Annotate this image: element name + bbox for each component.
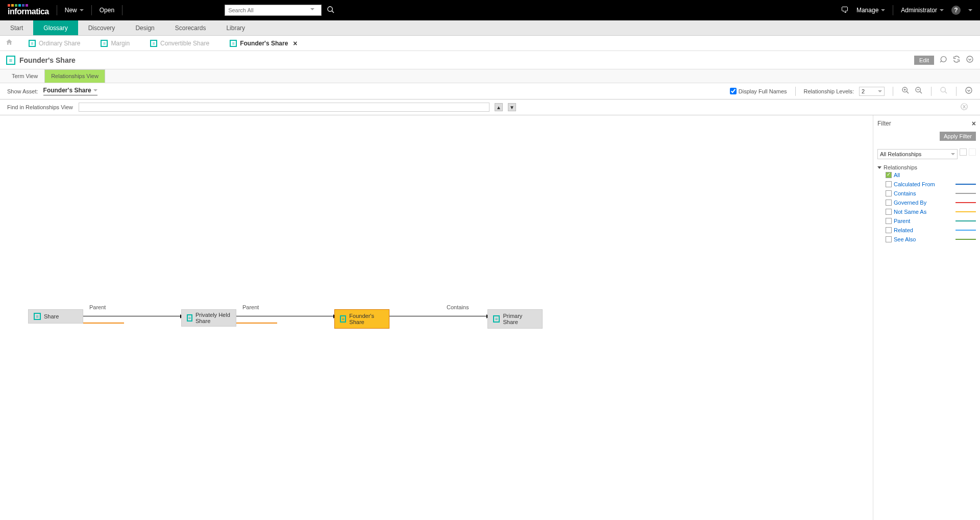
term-icon: ≡ — [101, 40, 108, 47]
comment-icon[interactable] — [939, 55, 947, 65]
home-icon[interactable] — [5, 38, 13, 48]
relationships-toolbar: Show Asset: Founder's Share Display Full… — [0, 83, 980, 100]
edge-label-parent: Parent — [89, 304, 106, 310]
user-menu[interactable]: Administrator — [901, 7, 944, 14]
term-icon: ≡ — [230, 40, 237, 47]
tab-convertible-share[interactable]: ≡ Convertible Share — [145, 40, 214, 47]
tab-relationships-view[interactable]: Relationships View — [44, 69, 105, 83]
svg-line-8 — [920, 91, 922, 93]
term-icon: ≡ — [150, 40, 157, 47]
filter-item-see-also[interactable]: See Also — [877, 235, 976, 244]
svg-point-2 — [967, 56, 973, 62]
svg-point-10 — [941, 87, 945, 92]
new-menu[interactable]: New — [65, 7, 84, 14]
svg-point-12 — [966, 87, 972, 93]
filter-delete-icon[interactable] — [969, 148, 976, 156]
refresh-icon[interactable] — [952, 55, 961, 65]
search-dropdown-icon[interactable] — [310, 8, 314, 10]
presence-icon[interactable]: 🗨 — [841, 6, 849, 15]
term-icon: ≡ — [493, 315, 500, 323]
edge-line — [83, 316, 180, 316]
nav-start[interactable]: Start — [0, 20, 33, 35]
filter-item-related[interactable]: Related — [877, 226, 976, 235]
search-wrapper — [225, 5, 335, 16]
edge-color — [236, 323, 277, 324]
filter-close-icon[interactable]: × — [972, 119, 976, 128]
find-next-icon[interactable]: ▼ — [508, 103, 516, 111]
relationships-canvas[interactable]: ≡ Share Parent ≡ Privately Held Share Pa… — [0, 115, 873, 520]
edge-line — [389, 316, 486, 316]
zoom-fit-icon[interactable] — [940, 86, 948, 96]
nav-discovery[interactable]: Discovery — [78, 20, 126, 35]
zoom-out-icon[interactable] — [915, 86, 923, 96]
relationship-levels-label: Relationship Levels: — [804, 88, 854, 94]
node-primary-share[interactable]: ≡ Primary Share — [487, 309, 543, 329]
view-tabs: Term View Relationships View — [0, 69, 980, 83]
main-nav: Start Glossary Discovery Design Scorecar… — [0, 20, 980, 36]
node-share[interactable]: ≡ Share — [28, 309, 83, 324]
filter-panel: Filter × Apply Filter All Relationships … — [873, 115, 980, 520]
filter-item-all[interactable]: All — [877, 170, 976, 180]
term-icon: ≡ — [34, 313, 41, 320]
display-full-names-checkbox[interactable]: Display Full Names — [730, 88, 787, 94]
help-icon[interactable]: ? — [951, 6, 961, 15]
open-menu[interactable]: Open — [100, 7, 114, 14]
page-header: ≡ Founder's Share Edit — [0, 51, 980, 69]
svg-line-4 — [906, 91, 909, 93]
show-asset-selector[interactable]: Founder's Share — [43, 87, 97, 95]
settings-dropdown-icon[interactable] — [965, 86, 973, 96]
filter-item-not-same-as[interactable]: Not Same As — [877, 207, 976, 216]
logo-text: informatica — [8, 7, 49, 16]
svg-line-11 — [945, 91, 947, 93]
filter-item-governed-by[interactable]: Governed By — [877, 198, 976, 207]
logo: informatica — [8, 4, 49, 16]
chevron-down-icon[interactable] — [966, 55, 974, 65]
filter-relationships-dropdown[interactable]: All Relationships — [877, 149, 958, 159]
filter-item-calculated-from[interactable]: Calculated From — [877, 180, 976, 189]
edit-button[interactable]: Edit — [914, 56, 934, 65]
filter-save-icon[interactable] — [960, 148, 967, 156]
nav-design[interactable]: Design — [125, 20, 164, 35]
nav-library[interactable]: Library — [216, 20, 255, 35]
svg-point-0 — [328, 7, 332, 11]
filter-section-relationships[interactable]: Relationships — [877, 164, 976, 170]
nav-glossary[interactable]: Glossary — [33, 20, 78, 35]
node-founders-share[interactable]: ≡ Founder's Share — [334, 309, 389, 329]
filter-item-contains[interactable]: Contains — [877, 189, 976, 198]
apply-filter-button[interactable]: Apply Filter — [940, 132, 976, 141]
node-privately-held[interactable]: ≡ Privately Held Share — [181, 309, 236, 327]
term-icon: ≡ — [6, 56, 15, 65]
find-clear-icon[interactable]: ⓧ — [961, 103, 968, 112]
show-asset-label: Show Asset: — [7, 88, 38, 94]
close-icon[interactable]: × — [293, 39, 297, 47]
tab-founders-share[interactable]: ≡ Founder's Share × — [225, 39, 302, 47]
find-prev-icon[interactable]: ▲ — [495, 103, 503, 111]
top-bar: informatica New Open 🗨 Manage Administra… — [0, 0, 980, 20]
edge-line — [236, 316, 333, 316]
term-icon: ≡ — [29, 40, 36, 47]
edge-color — [83, 323, 124, 324]
manage-menu[interactable]: Manage — [856, 7, 885, 14]
filter-item-parent[interactable]: Parent — [877, 216, 976, 226]
tab-ordinary-share[interactable]: ≡ Ordinary Share — [23, 40, 85, 47]
relationship-levels-select[interactable]: 2 — [859, 87, 885, 96]
filter-title: Filter — [877, 120, 891, 127]
find-label: Find in Relationships View — [7, 104, 74, 110]
find-bar: Find in Relationships View ▲ ▼ ⓧ — [0, 100, 980, 115]
svg-line-1 — [332, 11, 334, 13]
tab-term-view[interactable]: Term View — [5, 69, 44, 83]
search-icon[interactable] — [327, 6, 335, 15]
nav-scorecards[interactable]: Scorecards — [165, 20, 216, 35]
tab-margin[interactable]: ≡ Margin — [95, 40, 135, 47]
term-icon: ≡ — [187, 314, 192, 321]
page-title: Founder's Share — [19, 56, 76, 64]
tabs-bar: ≡ Ordinary Share ≡ Margin ≡ Convertible … — [0, 36, 980, 51]
zoom-in-icon[interactable] — [901, 86, 910, 96]
edge-label-parent: Parent — [242, 304, 259, 310]
term-icon: ≡ — [340, 315, 346, 323]
search-input[interactable] — [225, 5, 322, 16]
overflow-menu-icon[interactable] — [968, 9, 972, 11]
find-input[interactable] — [79, 103, 489, 112]
edge-label-contains: Contains — [447, 304, 469, 310]
